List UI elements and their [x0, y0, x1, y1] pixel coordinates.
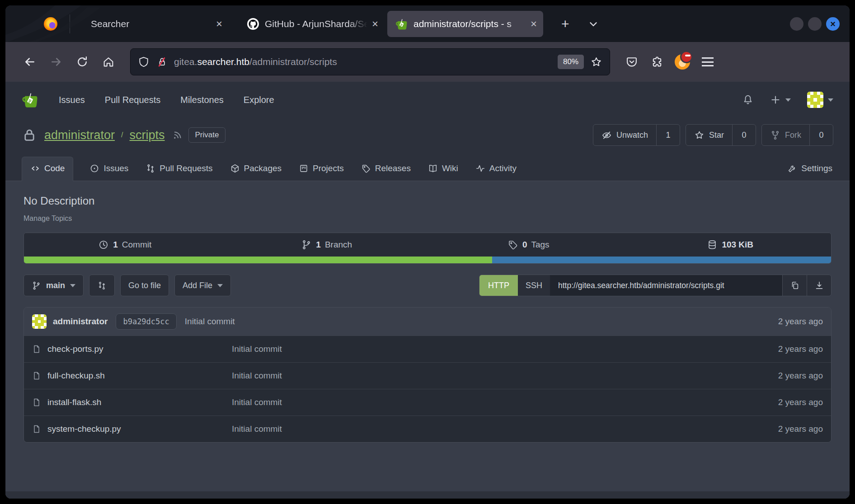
file-commit-date: 2 years ago: [778, 371, 823, 381]
forward-icon: [49, 55, 63, 69]
url-domain: searcher.htb: [197, 56, 249, 67]
file-icon: [32, 345, 41, 354]
file-name[interactable]: check-ports.py: [47, 344, 103, 354]
firefox-view-button[interactable]: [38, 11, 63, 37]
branch-selector[interactable]: main: [23, 275, 84, 296]
repo-header: administrator / scripts Private Unwatch …: [5, 118, 850, 157]
commit-date: 2 years ago: [778, 317, 823, 327]
nav-item-issues[interactable]: Issues: [59, 95, 85, 105]
add-file-button[interactable]: Add File: [174, 275, 231, 296]
copy-url-button[interactable]: [782, 275, 807, 296]
plus-icon: [770, 94, 781, 105]
file-commit-message[interactable]: Initial commit: [232, 424, 778, 434]
compare-button[interactable]: [89, 275, 115, 296]
file-name[interactable]: full-checkup.sh: [47, 371, 105, 381]
watchers-count[interactable]: 1: [656, 125, 680, 145]
star-icon: [694, 130, 705, 140]
star-button[interactable]: Star: [686, 125, 732, 145]
gitea-icon: [395, 18, 408, 30]
stars-count[interactable]: 0: [732, 125, 756, 145]
http-clone-button[interactable]: HTTP: [479, 275, 518, 296]
tab-label: Pull Requests: [160, 163, 212, 173]
minimize-button[interactable]: [790, 17, 803, 31]
file-name[interactable]: system-checkup.py: [47, 424, 121, 434]
stat-commits[interactable]: 1 Commit: [24, 233, 226, 257]
user-menu[interactable]: [807, 92, 833, 108]
pocket-button[interactable]: [621, 51, 643, 73]
history-icon: [98, 239, 109, 250]
new-tab-button[interactable]: +: [551, 16, 579, 32]
language-segment-python: [24, 257, 492, 263]
foxyproxy-button[interactable]: [672, 51, 693, 73]
browser-toolbar: gitea.searcher.htb/administrator/scripts…: [5, 42, 850, 82]
gitea-logo[interactable]: [22, 91, 39, 108]
language-bar[interactable]: [24, 257, 831, 263]
window-close-button[interactable]: ×: [826, 17, 840, 31]
tab-github[interactable]: GitHub - ArjunSharda/Se ×: [230, 5, 385, 42]
file-commit-message[interactable]: Initial commit: [232, 344, 778, 354]
extensions-button[interactable]: [646, 51, 668, 73]
commit-hash[interactable]: b9a29dc5cc: [116, 313, 176, 330]
bookmark-star-icon[interactable]: [590, 56, 602, 68]
file-commit-message[interactable]: Initial commit: [232, 397, 778, 407]
stat-branches[interactable]: 1 Branch: [226, 233, 428, 257]
ssh-clone-button[interactable]: SSH: [518, 275, 550, 296]
file-commit-date: 2 years ago: [778, 424, 823, 434]
maximize-button[interactable]: [808, 17, 822, 31]
commit-author[interactable]: administrator: [53, 317, 108, 327]
tab-close-icon[interactable]: ×: [531, 19, 537, 29]
commit-message[interactable]: Initial commit: [185, 317, 235, 327]
tab-releases[interactable]: Releases: [360, 157, 412, 181]
go-to-file-button[interactable]: Go to file: [120, 275, 169, 296]
repo-body: No Description Manage Topics 1 Commit 1 …: [5, 181, 850, 491]
file-row[interactable]: system-checkup.py Initial commit 2 years…: [24, 415, 831, 442]
reload-button[interactable]: [71, 51, 93, 73]
tab-pull-requests[interactable]: Pull Requests: [145, 157, 213, 181]
tab-list-button[interactable]: [579, 18, 607, 30]
repo-name-link[interactable]: scripts: [130, 128, 165, 142]
file-commit-message[interactable]: Initial commit: [232, 371, 778, 381]
tab-settings[interactable]: Settings: [786, 157, 833, 181]
private-lock-icon: [22, 127, 37, 143]
file-name[interactable]: install-flask.sh: [47, 397, 101, 407]
tab-searcher[interactable]: Searcher ×: [74, 5, 230, 42]
download-button[interactable]: [807, 275, 831, 296]
tab-activity[interactable]: Activity: [474, 157, 517, 181]
url-bar[interactable]: gitea.searcher.htb/administrator/scripts…: [130, 48, 610, 75]
tab-bar: Searcher × GitHub - ArjunSharda/Se × adm…: [5, 5, 850, 42]
tab-packages[interactable]: Packages: [229, 157, 282, 181]
tab-projects[interactable]: Projects: [298, 157, 345, 181]
create-new-button[interactable]: [770, 94, 791, 105]
rss-icon[interactable]: [172, 130, 183, 140]
zoom-level-badge[interactable]: 80%: [558, 55, 584, 69]
nav-item-pull-requests[interactable]: Pull Requests: [105, 95, 160, 105]
foxyproxy-icon: [675, 54, 690, 70]
fork-button[interactable]: Fork: [762, 125, 809, 145]
file-row[interactable]: check-ports.py Initial commit 2 years ag…: [24, 336, 831, 362]
tab-wiki[interactable]: Wiki: [427, 157, 459, 181]
tab-close-icon[interactable]: ×: [216, 19, 222, 29]
manage-topics-link[interactable]: Manage Topics: [23, 215, 832, 223]
clone-url-field[interactable]: http://gitea.searcher.htb/administrator/…: [550, 275, 782, 296]
stat-tags[interactable]: 0 Tags: [428, 233, 630, 257]
gitea-nav-right: [742, 92, 833, 108]
nav-item-explore[interactable]: Explore: [244, 95, 274, 105]
file-commit-date: 2 years ago: [778, 344, 823, 354]
tab-issues[interactable]: Issues: [89, 157, 129, 181]
tab-code[interactable]: Code: [22, 157, 73, 181]
book-icon: [428, 163, 438, 173]
notifications-button[interactable]: [742, 94, 754, 106]
repo-owner-link[interactable]: administrator: [44, 128, 115, 142]
tab-label: Projects: [313, 163, 344, 173]
menu-button[interactable]: [697, 51, 719, 73]
forks-count[interactable]: 0: [809, 125, 833, 145]
tab-gitea-active[interactable]: administrator/scripts - s ×: [387, 11, 543, 37]
nav-item-milestones[interactable]: Milestones: [180, 95, 224, 105]
file-row[interactable]: full-checkup.sh Initial commit 2 years a…: [24, 362, 831, 389]
unwatch-button[interactable]: Unwatch: [593, 125, 656, 145]
file-row[interactable]: install-flask.sh Initial commit 2 years …: [24, 389, 831, 415]
back-button[interactable]: [19, 51, 41, 73]
tab-close-icon[interactable]: ×: [372, 19, 378, 29]
forward-button[interactable]: [45, 51, 67, 73]
home-button[interactable]: [98, 51, 119, 73]
